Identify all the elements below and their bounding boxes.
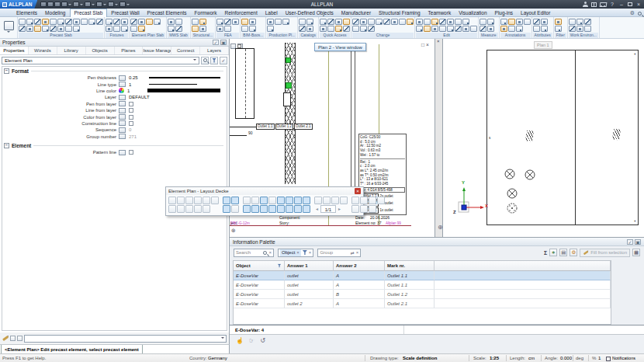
tab-library[interactable]: Library xyxy=(57,47,86,54)
ribbon-icon[interactable] xyxy=(500,19,507,25)
ribbon-icon[interactable] xyxy=(555,26,562,32)
table-cell[interactable]: outlet xyxy=(285,271,334,280)
collapse-icon[interactable]: − xyxy=(4,143,9,148)
new-icon[interactable] xyxy=(40,2,47,7)
pencil-icon[interactable] xyxy=(2,336,9,341)
page-prev-button[interactable]: ◄ xyxy=(314,207,320,211)
ribbon-icon[interactable] xyxy=(42,19,49,25)
ribbon-icon[interactable] xyxy=(455,19,462,25)
toolbar-button[interactable] xyxy=(223,197,230,204)
redo-icon[interactable] xyxy=(85,2,91,7)
table-cell[interactable]: Outlet 1.1 xyxy=(385,280,435,290)
toolbar-button[interactable] xyxy=(351,197,359,204)
property-value[interactable]: 0 xyxy=(129,127,147,132)
toolbar-button[interactable] xyxy=(243,205,251,213)
ribbon-icon[interactable] xyxy=(368,19,375,25)
user-account-icon[interactable] xyxy=(583,2,588,7)
toolbar-button[interactable] xyxy=(360,197,368,204)
toolbar-button[interactable] xyxy=(303,205,310,213)
ribbon-icon[interactable] xyxy=(121,19,128,25)
filter-icon[interactable] xyxy=(210,57,218,64)
menu-item-manufacturer[interactable]: Manufacturer xyxy=(338,9,375,17)
ribbon-icon[interactable] xyxy=(216,19,223,25)
menu-item-modeling[interactable]: Modeling xyxy=(41,9,69,17)
undo-icon[interactable] xyxy=(73,2,79,7)
toolbar-button[interactable] xyxy=(194,205,202,213)
search-icon[interactable] xyxy=(201,57,209,64)
apply-icon[interactable]: ✓ xyxy=(220,57,227,64)
ribbon-icon[interactable] xyxy=(175,26,182,32)
ribbon-icon[interactable] xyxy=(96,19,103,25)
layers-icon[interactable]: ▤ xyxy=(559,249,567,256)
toolbar-button[interactable] xyxy=(286,205,293,213)
element-plan-toolbar[interactable]: Element Plan - Layout Decke × ◄1/1► xyxy=(165,186,364,216)
toolbar-button[interactable] xyxy=(277,197,285,204)
ribbon-icon[interactable] xyxy=(555,19,562,25)
ribbon-icon[interactable] xyxy=(487,19,494,25)
toolbar-button[interactable] xyxy=(203,197,210,204)
ribbon-icon[interactable] xyxy=(19,19,26,25)
ribbon-icon[interactable] xyxy=(352,19,359,25)
tab-wizards[interactable]: Wizards xyxy=(29,47,57,54)
table-cell[interactable]: E-DoseVar xyxy=(234,290,285,299)
stamp2-icon[interactable] xyxy=(17,336,23,341)
ribbon-icon[interactable] xyxy=(416,19,423,25)
lattice-girder[interactable] xyxy=(285,43,296,184)
ribbon-icon[interactable] xyxy=(50,26,57,32)
ribbon-icon[interactable] xyxy=(168,26,175,32)
ribbon-icon[interactable] xyxy=(399,19,406,25)
ribbon-icon[interactable] xyxy=(447,19,454,25)
ribbon-icon[interactable] xyxy=(199,26,206,32)
ribbon-icon[interactable] xyxy=(224,26,231,32)
toolbar-button[interactable] xyxy=(177,205,185,213)
ribbon-icon[interactable] xyxy=(500,26,507,32)
property-value[interactable]: 0.25 xyxy=(129,75,147,80)
ribbon-icon[interactable] xyxy=(431,19,438,25)
save-icon[interactable] xyxy=(54,2,61,7)
ribbon-icon[interactable] xyxy=(576,19,583,25)
ribbon-icon[interactable] xyxy=(576,26,583,32)
ribbon-icon[interactable] xyxy=(113,19,120,25)
drawing-type-value[interactable]: Scale definition xyxy=(403,356,437,360)
format-section-header[interactable]: − Format xyxy=(2,67,227,75)
country-value[interactable]: Germany xyxy=(208,356,227,360)
tools-icon[interactable] xyxy=(119,2,126,7)
ribbon-icon[interactable] xyxy=(584,26,591,32)
match-icon[interactable]: ∗ xyxy=(549,249,557,256)
gear-icon[interactable]: ⚙ xyxy=(570,249,577,256)
toolbar-button[interactable] xyxy=(360,205,368,213)
object-filter-chip[interactable]: Object × xyxy=(280,249,301,256)
toolbar-button[interactable] xyxy=(260,197,268,204)
percent-value[interactable]: 1 xyxy=(598,356,601,360)
ribbon-icon[interactable] xyxy=(224,19,231,25)
tab-planes[interactable]: Planes xyxy=(115,47,144,54)
menu-item-structural-framing[interactable]: Structural Framing xyxy=(375,9,424,17)
ribbon-icon[interactable] xyxy=(113,26,120,32)
chevron-down-icon[interactable] xyxy=(68,4,71,7)
toolbar-button[interactable] xyxy=(194,197,202,204)
table-cell[interactable]: E-DoseVar xyxy=(234,280,285,290)
handle-icon[interactable] xyxy=(237,44,241,48)
notifications-label[interactable]: Notifications xyxy=(612,356,635,360)
toolbar-button[interactable] xyxy=(185,205,193,213)
checkbox[interactable] xyxy=(129,121,133,126)
ribbon-icon[interactable] xyxy=(241,19,248,25)
menu-item-plug-ins[interactable]: Plug-ins xyxy=(491,9,517,17)
filter-icon[interactable] xyxy=(278,264,282,268)
ribbon-icon[interactable] xyxy=(267,26,274,32)
ribbon-icon[interactable] xyxy=(335,26,342,32)
toolbar-button[interactable] xyxy=(268,205,276,213)
ribbon-icon[interactable] xyxy=(57,26,64,32)
command-input[interactable] xyxy=(24,335,227,343)
ribbon-icon[interactable] xyxy=(424,19,431,25)
restore-button[interactable] xyxy=(628,2,632,6)
remove-chip-icon[interactable]: × xyxy=(296,250,299,255)
ribbon-icon[interactable] xyxy=(524,19,531,25)
table-cell[interactable]: A xyxy=(334,280,385,290)
ribbon-icon[interactable] xyxy=(431,26,438,32)
ribbon-icon[interactable] xyxy=(249,26,256,32)
ribbon-icon[interactable] xyxy=(407,19,414,25)
palette-close-icon[interactable]: ▣ xyxy=(635,239,641,245)
ribbon-icon[interactable] xyxy=(42,26,49,32)
checkbox[interactable] xyxy=(129,150,133,155)
